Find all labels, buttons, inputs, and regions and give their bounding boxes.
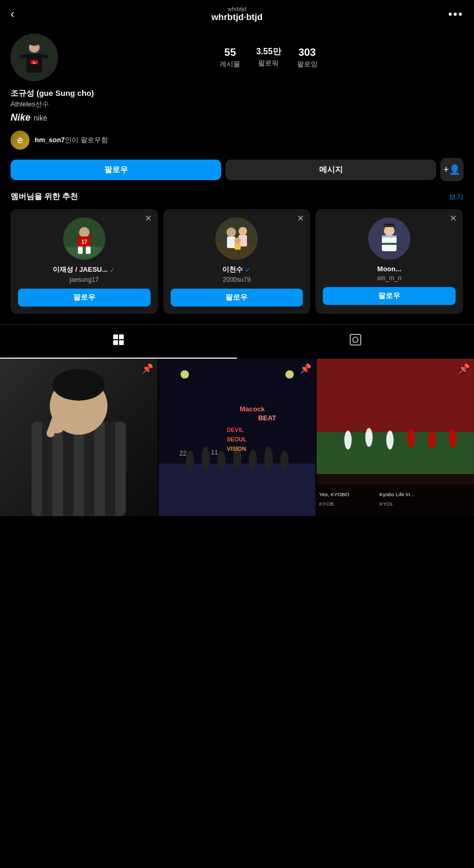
svg-text:22: 22 <box>179 450 186 457</box>
svg-point-52 <box>180 370 189 379</box>
follower-username[interactable]: hm_son7 <box>35 136 65 144</box>
rec-follow-button-2[interactable]: 팔로우 <box>171 289 303 307</box>
svg-point-21 <box>226 228 236 237</box>
stat-posts[interactable]: 55 게시물 <box>220 46 240 69</box>
rec-card-1-close[interactable]: ✕ <box>145 214 152 223</box>
pin-icon-1: 📌 <box>142 363 153 374</box>
view-all-button[interactable]: 보기 <box>449 192 463 202</box>
recommendations-header: 멤버님을 위한 추천 보기 <box>11 192 463 202</box>
stat-following-label: 팔로잉 <box>297 60 318 69</box>
svg-rect-37 <box>119 340 124 345</box>
svg-text:BEAT: BEAT <box>258 414 276 422</box>
svg-text:KYOB: KYOB <box>319 501 334 507</box>
tab-grid[interactable] <box>0 325 237 359</box>
svg-point-48 <box>53 369 105 401</box>
rec-name-2: 이천수 <box>222 265 243 274</box>
svg-rect-38 <box>350 334 361 345</box>
svg-text:kt: kt <box>33 61 35 64</box>
stat-followers[interactable]: 3.55만 팔로워 <box>256 46 281 69</box>
followed-by-text: hm_son7인이 팔로우함 <box>35 135 108 145</box>
profile-section: kt 55 게시물 3.55만 팔로워 303 팔로잉 <box>0 28 474 81</box>
recommendations-section: 멤버님을 위한 추천 보기 ✕ 17 <box>0 192 474 314</box>
svg-text:KYOL: KYOL <box>380 501 394 507</box>
rec-follow-button-3[interactable]: 팔로우 <box>323 287 456 305</box>
header-title-block: whrbtjd whrbtjd·btjd <box>211 6 262 23</box>
svg-point-73 <box>366 428 373 447</box>
rec-card-3-close[interactable]: ✕ <box>450 214 457 223</box>
grid-item-1[interactable]: 📌 <box>0 359 157 516</box>
rec-name-row-3: Moon... <box>377 265 401 273</box>
svg-rect-17 <box>78 246 83 254</box>
tab-tagged[interactable] <box>237 325 474 359</box>
profile-category: Athletes선수 <box>11 100 463 109</box>
stat-following-value: 303 <box>297 46 318 58</box>
svg-rect-34 <box>113 334 118 339</box>
svg-rect-54 <box>159 463 316 516</box>
stat-posts-label: 게시물 <box>220 60 240 69</box>
svg-point-72 <box>344 430 352 449</box>
profile-display-name: 조규성 (gue Sung cho) <box>11 88 463 98</box>
grid-item-2[interactable]: 22 11 Macock BEAT DEVIL SEOUL VISION 📌 <box>159 359 316 516</box>
svg-rect-30 <box>382 235 397 238</box>
svg-point-59 <box>249 449 257 470</box>
follower-avatar[interactable]: 손 <box>11 131 29 150</box>
svg-point-25 <box>234 238 241 244</box>
pin-icon-2: 📌 <box>300 363 311 374</box>
grid-item-2-content: 22 11 Macock BEAT DEVIL SEOUL VISION 📌 <box>159 359 316 516</box>
header-sub-label: whrbtjd <box>211 6 262 12</box>
svg-text:Yes, KYOBO: Yes, KYOBO <box>319 491 349 497</box>
followed-by-row: 손 hm_son7인이 팔로우함 <box>11 131 463 150</box>
svg-point-75 <box>408 429 415 448</box>
svg-point-74 <box>387 430 394 449</box>
svg-rect-26 <box>234 243 241 250</box>
grid-icon <box>112 333 125 349</box>
svg-point-56 <box>201 447 210 470</box>
svg-point-23 <box>239 227 247 235</box>
add-friend-button[interactable]: +👤 <box>440 158 463 181</box>
rec-name-row-2: 이천수 ✓ <box>222 265 251 274</box>
rec-username-1: jaesung17 <box>70 276 98 283</box>
avatar[interactable]: kt <box>11 34 58 81</box>
svg-text:11: 11 <box>211 449 218 456</box>
svg-text:SEOUL: SEOUL <box>226 436 246 442</box>
rec-name-row-1: 이재성 / JAESU... ✓ <box>53 265 115 274</box>
stat-followers-label: 팔로워 <box>256 58 281 68</box>
bio-link-text[interactable]: nike <box>34 114 47 122</box>
more-options-button[interactable]: ••• <box>448 7 463 21</box>
rec-card-1: ✕ 17 이재성 / JAESU... ✓ <box>11 209 158 314</box>
header-main-label: whrbtjd·btjd <box>211 12 262 22</box>
svg-rect-70 <box>317 359 474 432</box>
follower-avatar-inner: 손 <box>11 131 29 150</box>
rec-card-2-close[interactable]: ✕ <box>297 214 304 223</box>
action-buttons: 팔로우 메시지 +👤 <box>11 158 463 181</box>
rec-avatar-2 <box>215 218 258 260</box>
stats-row: 55 게시물 3.55만 팔로워 303 팔로잉 <box>74 46 463 69</box>
svg-rect-36 <box>113 340 118 345</box>
svg-text:17: 17 <box>81 239 87 245</box>
grid-item-3-content: Yes, KYOBO Kyobo Life In... KYOB KYOL 📌 <box>317 359 474 516</box>
photo-grid: 📌 22 11 <box>0 359 474 516</box>
profile-top-row: kt 55 게시물 3.55만 팔로워 303 팔로잉 <box>11 34 463 81</box>
grid-item-3[interactable]: Yes, KYOBO Kyobo Life In... KYOB KYOL 📌 <box>317 359 474 516</box>
recommendations-cards: ✕ 17 이재성 / JAESU... ✓ <box>11 209 463 314</box>
bio-section: 조규성 (gue Sung cho) Athletes선수 Nike nike <box>0 88 474 123</box>
pin-icon-3: 📌 <box>458 363 470 374</box>
rec-card-3: ✕ Moon... sm_m_n 팔로우 <box>315 209 463 314</box>
stat-posts-value: 55 <box>220 46 240 58</box>
svg-rect-46 <box>105 421 115 516</box>
stat-following[interactable]: 303 팔로잉 <box>297 46 318 69</box>
rec-username-3: sm_m_n <box>377 274 401 282</box>
rec-name-1: 이재성 / JAESU... <box>53 265 107 274</box>
svg-text:DEVIL: DEVIL <box>226 427 244 433</box>
back-button[interactable]: ‹ <box>11 7 14 21</box>
rec-follow-button-1[interactable]: 팔로우 <box>18 289 151 307</box>
tab-bar <box>0 324 474 359</box>
svg-point-14 <box>79 227 90 238</box>
svg-text:Kyobo Life In...: Kyobo Life In... <box>380 491 414 497</box>
follow-button[interactable]: 팔로우 <box>11 160 221 180</box>
tag-icon <box>349 333 362 349</box>
rec-avatar-3 <box>368 218 410 260</box>
svg-rect-13 <box>63 246 105 260</box>
message-button[interactable]: 메시지 <box>225 160 436 180</box>
rec-username-2: 2000su79 <box>223 276 251 283</box>
